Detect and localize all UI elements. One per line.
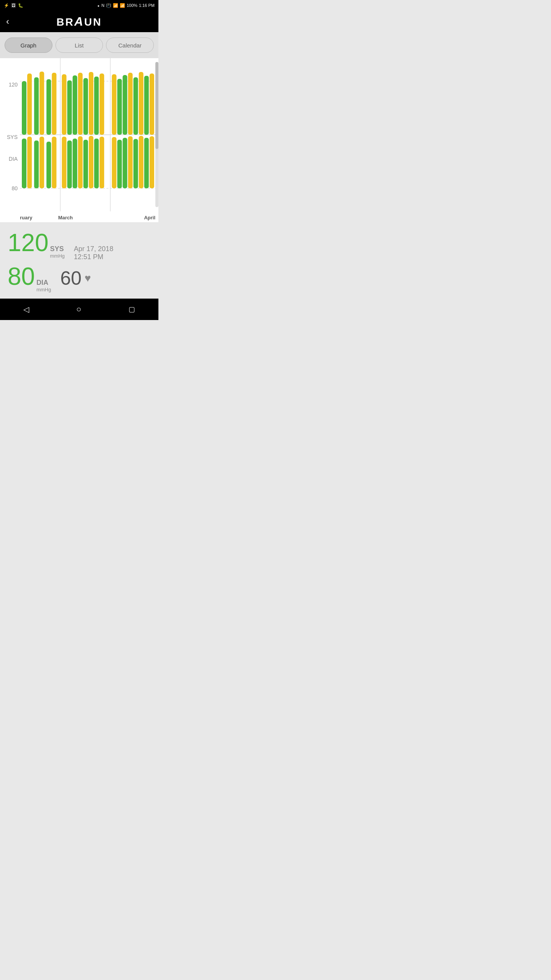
- month-label-february: ruary: [20, 215, 33, 220]
- vibrate-icon: 📳: [106, 3, 111, 8]
- chart-svg: [20, 58, 158, 211]
- chart-scrollbar-thumb[interactable]: [155, 62, 158, 149]
- svg-rect-40: [83, 140, 88, 188]
- svg-rect-50: [144, 138, 149, 188]
- svg-rect-32: [34, 140, 39, 188]
- svg-rect-17: [83, 78, 88, 135]
- wifi-icon: 📶: [113, 3, 118, 8]
- svg-rect-23: [122, 75, 127, 135]
- svg-rect-36: [62, 137, 67, 188]
- chart-scrollbar[interactable]: [155, 62, 158, 207]
- y-label-dia: DIA: [0, 156, 20, 162]
- nav-recent-button[interactable]: ▢: [129, 305, 135, 314]
- sys-unit-group: SYS mmHg: [50, 245, 65, 259]
- svg-rect-27: [144, 76, 149, 135]
- reading-date: Apr 17, 2018: [74, 245, 113, 253]
- month-label-march: March: [58, 215, 73, 220]
- svg-rect-30: [22, 139, 26, 188]
- y-label-sys: SYS: [0, 134, 20, 140]
- status-left-icons: ⚡ 🖼 🐛: [4, 3, 23, 8]
- brand-logo: BRAUN: [56, 15, 102, 29]
- svg-rect-47: [128, 136, 133, 188]
- svg-rect-14: [67, 80, 72, 135]
- nfc-icon: N: [101, 3, 104, 8]
- svg-rect-49: [139, 136, 143, 188]
- bluetooth-icon: ⬥: [97, 3, 100, 8]
- svg-rect-19: [94, 77, 99, 135]
- svg-rect-35: [52, 137, 56, 188]
- svg-rect-31: [27, 137, 32, 188]
- dia-value: 80: [8, 264, 35, 289]
- tab-bar: Graph List Calendar: [0, 32, 158, 58]
- svg-rect-15: [73, 75, 77, 135]
- header: ‹ BRAUN: [0, 11, 158, 32]
- sys-type: SYS: [50, 245, 65, 253]
- bottom-nav: ◁ ○ ▢: [0, 299, 158, 320]
- y-label-120: 120: [0, 82, 20, 88]
- svg-rect-28: [150, 74, 154, 135]
- current-time: 1:16 PM: [139, 3, 155, 8]
- svg-rect-43: [99, 137, 104, 188]
- svg-rect-34: [46, 142, 51, 188]
- reading-panel: 120 SYS mmHg Apr 17, 2018 12:51 PM 80 DI…: [0, 223, 158, 299]
- svg-rect-10: [39, 72, 44, 135]
- sys-unit: mmHg: [50, 253, 65, 259]
- dia-unit-group: DIA mmHg: [36, 279, 51, 292]
- nav-back-button[interactable]: ◁: [23, 305, 29, 314]
- chart-container: 120 SYS DIA 80: [0, 58, 158, 223]
- battery-level: 100%: [127, 3, 137, 8]
- svg-rect-26: [139, 72, 143, 135]
- svg-rect-51: [150, 136, 154, 188]
- dia-type: DIA: [36, 279, 51, 287]
- y-label-80: 80: [0, 185, 20, 191]
- svg-rect-13: [62, 74, 67, 135]
- svg-rect-25: [134, 77, 138, 135]
- y-axis: 120 SYS DIA 80: [0, 58, 20, 222]
- nav-home-button[interactable]: ○: [76, 304, 81, 314]
- svg-rect-38: [73, 139, 77, 188]
- svg-rect-24: [128, 73, 133, 135]
- signal-icon: 📶: [120, 3, 125, 8]
- pulse-value: 60: [60, 267, 82, 289]
- heart-icon: ♥: [85, 272, 91, 284]
- pulse-group: 60 ♥: [60, 267, 91, 289]
- svg-rect-33: [39, 137, 44, 188]
- svg-rect-45: [117, 140, 122, 188]
- tab-graph[interactable]: Graph: [5, 38, 52, 53]
- sys-value: 120: [8, 230, 49, 255]
- svg-rect-41: [89, 136, 93, 188]
- reading-time: 12:51 PM: [74, 253, 113, 261]
- svg-rect-7: [22, 81, 26, 135]
- svg-rect-37: [67, 140, 72, 188]
- svg-rect-39: [78, 136, 83, 188]
- bug-icon: 🐛: [18, 3, 23, 8]
- svg-rect-18: [89, 72, 93, 135]
- reading-date-group: Apr 17, 2018 12:51 PM: [74, 245, 113, 261]
- svg-rect-22: [117, 79, 122, 135]
- svg-rect-42: [94, 139, 99, 188]
- svg-rect-46: [122, 138, 127, 188]
- svg-rect-44: [112, 137, 116, 188]
- image-icon: 🖼: [11, 3, 16, 8]
- usb-icon: ⚡: [4, 3, 9, 8]
- tab-calendar[interactable]: Calendar: [106, 38, 154, 53]
- svg-rect-8: [27, 74, 32, 135]
- status-bar: ⚡ 🖼 🐛 ⬥ N 📳 📶 📶 100% 1:16 PM: [0, 0, 158, 11]
- status-right: ⬥ N 📳 📶 📶 100% 1:16 PM: [97, 3, 155, 8]
- svg-rect-16: [78, 73, 83, 135]
- svg-rect-21: [112, 74, 116, 135]
- reading-row-dia: 80 DIA mmHg 60 ♥: [8, 264, 151, 292]
- reading-row-sys: 120 SYS mmHg Apr 17, 2018 12:51 PM: [8, 230, 151, 261]
- svg-rect-20: [99, 74, 104, 135]
- svg-rect-11: [46, 79, 51, 135]
- month-labels: ruary March April: [20, 211, 158, 222]
- svg-rect-9: [34, 77, 39, 135]
- dia-unit: mmHg: [36, 287, 51, 292]
- svg-rect-12: [52, 73, 56, 135]
- svg-rect-48: [134, 139, 138, 188]
- back-button[interactable]: ‹: [6, 17, 9, 26]
- month-label-april: April: [144, 215, 155, 220]
- tab-list[interactable]: List: [55, 38, 103, 53]
